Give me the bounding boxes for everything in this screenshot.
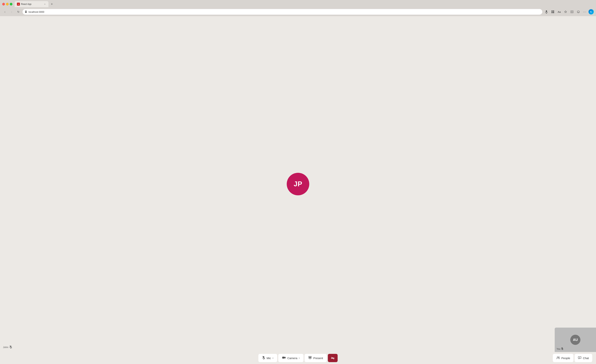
self-view-name: You [557,348,560,350]
toolbar-actions: Aa ··· [544,9,594,15]
close-window-button[interactable] [2,3,5,6]
more-options-button[interactable]: ··· [582,9,587,15]
mic-button[interactable]: Mic ▾ [258,354,277,362]
svg-point-29 [557,357,558,358]
people-button[interactable]: People [553,354,574,362]
svg-rect-8 [571,11,572,13]
svg-rect-9 [572,11,573,13]
forward-button[interactable]: › [9,9,14,15]
maximize-window-button[interactable] [10,3,12,6]
self-view-mute-icon [561,347,563,350]
present-icon [308,356,312,360]
svg-rect-27 [309,357,311,358]
traffic-lights [2,3,12,6]
present-label: Present [313,357,323,360]
address-url: localhost:3000 [29,10,540,13]
tab-close-button[interactable]: × [44,3,46,6]
browser-tab-active[interactable]: ● React App × [15,1,48,7]
people-icon [556,356,560,360]
camera-icon [282,356,286,360]
camera-button[interactable]: Camera ▾ [278,354,304,362]
svg-rect-5 [553,10,554,12]
svg-rect-4 [551,10,553,12]
chat-button[interactable]: Chat [575,354,592,362]
main-participant-avatar: JP [287,173,309,195]
main-participant-mute-icon [9,345,12,349]
address-bar[interactable]: localhost:3000 [22,9,542,15]
main-video-area: JP John AU You [0,16,596,352]
camera-chevron-icon[interactable]: ▾ [299,357,300,359]
mic-chevron-icon[interactable]: ▾ [272,357,273,359]
split-view-button[interactable] [569,9,575,15]
browser-essentials-button[interactable] [576,9,581,15]
control-bar: Mic ▾ Camera ▾ [0,352,596,364]
svg-rect-7 [553,12,554,13]
right-controls: People Chat [553,354,592,362]
svg-rect-0 [25,11,27,13]
mic-icon [262,356,265,360]
self-view-avatar: AU [570,335,581,345]
svg-point-10 [577,11,580,13]
svg-rect-6 [551,12,553,13]
app-content: JP John AU You [0,16,596,364]
lock-icon [25,10,27,14]
chat-icon [578,356,581,360]
self-view-label: You [557,347,563,350]
main-participant-name: John [3,346,8,349]
browser-titlebar: ● React App × + [0,0,596,8]
new-tab-button[interactable]: + [49,1,54,7]
browser-toolbar: ‹ › ↻ localhost:3000 [0,8,596,16]
main-participant-label: John [3,345,12,349]
end-call-button[interactable] [328,354,338,362]
reader-mode-button[interactable]: Aa [557,9,562,15]
back-button[interactable]: ‹ [2,9,7,15]
tab-favicon: ● [17,3,20,6]
refresh-button[interactable]: ↻ [16,9,21,15]
self-view-panel: AU You [555,328,596,352]
tab-title: React App [21,3,42,6]
svg-line-28 [331,357,334,359]
camera-label: Camera [287,357,297,360]
extensions-button[interactable] [550,9,555,15]
svg-rect-23 [282,357,285,358]
bing-button[interactable] [589,9,594,15]
present-button[interactable]: Present [305,354,327,362]
favorites-button[interactable] [563,9,568,15]
microphone-toolbar-button[interactable] [544,9,549,15]
svg-point-30 [559,357,559,358]
people-label: People [561,357,570,360]
chat-label: Chat [583,357,589,360]
minimize-window-button[interactable] [6,3,9,6]
mic-label: Mic [267,357,271,360]
browser-chrome: ● React App × + ‹ › ↻ localhost:3000 [0,0,596,16]
tab-bar: ● React App × + [15,1,594,7]
svg-rect-1 [546,10,547,12]
